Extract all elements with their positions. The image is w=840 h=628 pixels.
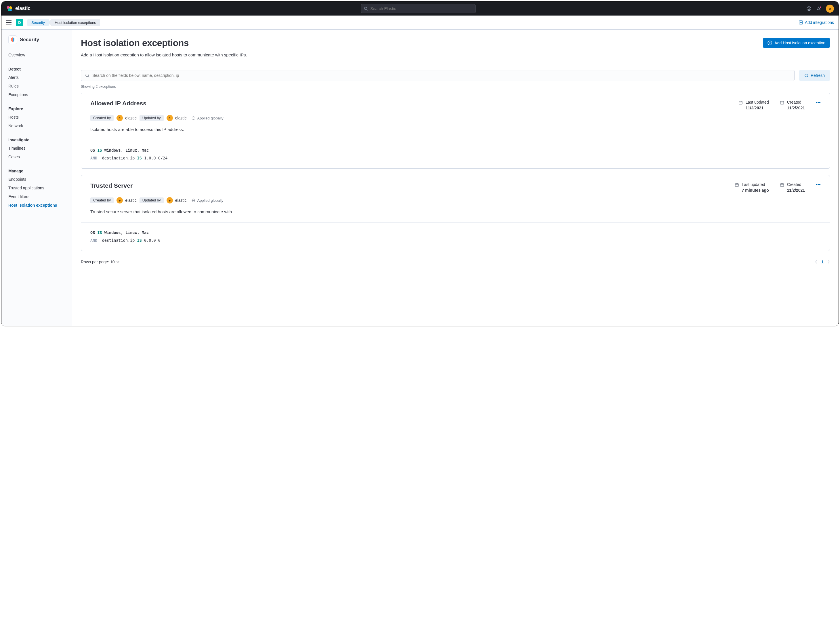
- card-actions-menu[interactable]: [816, 182, 820, 187]
- filter-search-input[interactable]: [92, 73, 790, 78]
- svg-point-3: [10, 9, 12, 11]
- nav-event-filters[interactable]: Event filters: [2, 192, 72, 201]
- last-updated-label: Last updated: [742, 182, 769, 187]
- next-page-icon[interactable]: [827, 260, 830, 264]
- exception-card: Allowed IP Address Last updated 11/2/202…: [81, 93, 830, 169]
- svg-point-6: [807, 6, 811, 11]
- created-value: 11/2/2021: [787, 106, 805, 110]
- search-icon: [364, 6, 368, 11]
- applied-scope: Applied globally: [192, 198, 223, 202]
- card-conditions: OS IS Windows, Linux, Mac AND destinatio…: [81, 140, 830, 168]
- pagination: 1: [815, 259, 830, 264]
- nav-exceptions[interactable]: Exceptions: [2, 90, 72, 99]
- newsfeed-icon[interactable]: [806, 6, 812, 11]
- prev-page-icon[interactable]: [815, 260, 817, 264]
- created-by-user: e elastic: [117, 197, 137, 204]
- svg-rect-24: [780, 101, 784, 104]
- svg-rect-42: [816, 184, 817, 185]
- top-header: elastic e: [2, 2, 838, 16]
- last-updated-value: 7 minutes ago: [742, 188, 769, 193]
- globe-icon: [192, 116, 195, 120]
- user-avatar-icon: e: [167, 197, 173, 204]
- add-exception-button[interactable]: Add Host isolation exception: [763, 38, 830, 48]
- sub-header: D Security Host isolation exceptions Add…: [2, 16, 838, 30]
- package-icon: [799, 20, 803, 25]
- page-number[interactable]: 1: [821, 259, 824, 264]
- card-actions-menu[interactable]: [816, 100, 820, 104]
- nav-overview[interactable]: Overview: [2, 52, 72, 59]
- updated-by-user: e elastic: [167, 115, 187, 121]
- created-by-badge: Created by: [90, 115, 114, 121]
- nav-hosts[interactable]: Hosts: [2, 113, 72, 122]
- nav-rules[interactable]: Rules: [2, 82, 72, 90]
- nav-endpoints[interactable]: Endpoints: [2, 175, 72, 183]
- code-and: AND: [90, 238, 97, 243]
- code-val: Windows, Linux, Mac: [104, 148, 149, 153]
- nav-cases[interactable]: Cases: [2, 153, 72, 161]
- user-avatar-icon: e: [117, 197, 123, 204]
- created-label: Created: [787, 100, 805, 104]
- last-updated-value: 11/2/2021: [746, 106, 769, 110]
- boxes-horizontal-icon: [816, 100, 820, 104]
- main-content: Host isolation exceptions Add Host isola…: [72, 30, 838, 326]
- global-search-input[interactable]: [370, 6, 473, 11]
- add-integrations-label: Add integrations: [805, 20, 834, 25]
- created-by-username: elastic: [125, 198, 137, 202]
- user-avatar[interactable]: e: [826, 5, 834, 13]
- rows-per-page-selector[interactable]: Rows per page: 10: [81, 259, 119, 264]
- nav-group-explore: Explore: [2, 104, 72, 113]
- sidebar: Security Overview Detect Alerts Rules Ex…: [2, 30, 72, 326]
- divider: [81, 63, 830, 63]
- menu-icon[interactable]: [6, 21, 12, 24]
- card-title: Trusted Server: [90, 182, 133, 189]
- code-op: IS: [97, 148, 102, 153]
- space-selector[interactable]: D: [16, 19, 23, 26]
- nav-group-manage: Manage: [2, 166, 72, 175]
- code-field: destination.ip: [102, 156, 135, 160]
- updated-by-badge: Updated by: [139, 198, 164, 203]
- help-icon[interactable]: [816, 6, 821, 11]
- card-conditions: OS IS Windows, Linux, Mac AND destinatio…: [81, 222, 830, 251]
- svg-rect-30: [819, 102, 820, 103]
- logo[interactable]: elastic: [6, 5, 30, 12]
- filter-search[interactable]: [81, 70, 794, 81]
- svg-rect-44: [819, 184, 820, 185]
- nav-host-isolation-exceptions[interactable]: Host isolation exceptions: [2, 201, 72, 210]
- svg-line-19: [88, 76, 89, 78]
- code-op: IS: [137, 156, 142, 160]
- refresh-button[interactable]: Refresh: [799, 70, 830, 81]
- add-integrations-link[interactable]: Add integrations: [799, 20, 834, 25]
- breadcrumb-security[interactable]: Security: [27, 19, 51, 26]
- nav-timelines[interactable]: Timelines: [2, 144, 72, 153]
- search-icon: [85, 73, 90, 78]
- applied-label: Applied globally: [197, 116, 223, 120]
- refresh-icon: [804, 73, 808, 78]
- global-search[interactable]: [361, 4, 476, 13]
- updated-by-badge: Updated by: [139, 115, 164, 121]
- nav-group-detect: Detect: [2, 64, 72, 73]
- svg-rect-28: [816, 102, 817, 103]
- code-field: OS: [90, 148, 95, 153]
- nav-trusted-apps[interactable]: Trusted applications: [2, 183, 72, 192]
- breadcrumb-current: Host isolation exceptions: [49, 19, 100, 26]
- nav-alerts[interactable]: Alerts: [2, 73, 72, 82]
- svg-rect-38: [780, 183, 784, 187]
- code-field: OS: [90, 230, 95, 235]
- svg-point-4: [365, 7, 367, 9]
- globe-icon: [192, 199, 195, 202]
- brand-text: elastic: [15, 5, 30, 11]
- sidebar-title: Security: [20, 37, 39, 43]
- nav-network[interactable]: Network: [2, 122, 72, 130]
- svg-point-8: [820, 6, 821, 8]
- svg-point-7: [808, 8, 810, 9]
- updated-by-user: e elastic: [167, 197, 187, 204]
- updated-by-username: elastic: [175, 116, 187, 120]
- refresh-label: Refresh: [811, 73, 825, 78]
- code-op: IS: [97, 230, 102, 235]
- svg-rect-20: [739, 101, 742, 104]
- code-val: 1.0.0.0/24: [144, 156, 167, 160]
- svg-point-18: [86, 74, 88, 76]
- calendar-icon: [739, 100, 743, 105]
- calendar-icon: [780, 100, 784, 105]
- page-description: Add a Host isolation exception to allow …: [81, 52, 830, 57]
